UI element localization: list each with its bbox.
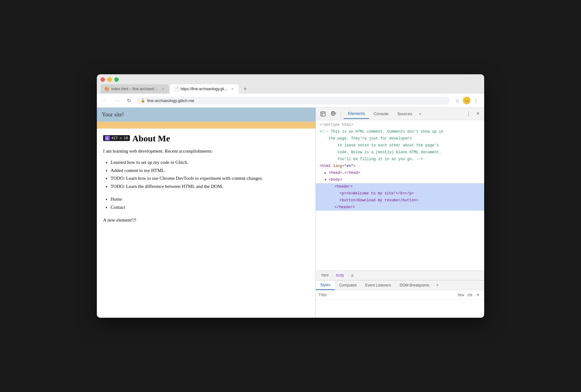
tab-2-close[interactable]: × [230,86,235,91]
tab-1-close[interactable]: × [161,86,166,91]
inspect-element-button[interactable] [318,109,328,119]
html-line-comment-3: to leave notes to each other about the p… [316,142,484,149]
html-line-body: ▼ <body> [316,176,484,183]
props-tabs: Styles Computed Event Listeners DOM Brea… [316,281,484,290]
maximize-traffic-light[interactable] [114,77,119,82]
html-line-header-p[interactable]: <p><b>Welcome to my site!</b></p> [316,190,484,197]
html-line-comment-5: You'll be filling it in as you go. --> [316,156,484,163]
props-tab-dom-breakpoints[interactable]: DOM Breakpoints [395,281,434,290]
devtools-more-button[interactable]: ⋮ [465,110,472,118]
properties-panel: Styles Computed Event Listeners DOM Brea… [316,280,484,318]
add-style-button[interactable]: + [475,292,481,298]
new-tab-button[interactable]: + [241,84,250,94]
devtools-panel: Elements Console Sources » ⋮ × <!doctype… [315,108,484,318]
breadcrumb-p[interactable]: p [350,272,355,278]
breadcrumb-sep-2: › [347,273,348,277]
toolbar-right: ☆ 😐 ⋮ [453,96,480,105]
address-bar: ← → ↻ 🔒 fine-archaeology.glitch.me ☆ 😐 ⋮ [97,94,484,108]
browser-window: 🎨 index.html – fine-archaeology × 📄 http… [97,74,484,318]
lock-icon: 🔒 [141,98,145,103]
html-line-comment-2: the page. They're just for developers [316,135,484,142]
html-line-header-btn[interactable]: <button>Download my resume</button> [316,197,484,204]
element-tag: p [105,136,110,140]
breadcrumb-sep-1: › [332,273,333,277]
html-line-comment-4: code. Below is a (mostly) blank HTML doc… [316,149,484,156]
webpage-body: p 417 × 18 About Me I am learning web de… [97,129,315,233]
webpage-nav-list: Home Contact [111,195,309,211]
svg-rect-0 [321,112,325,116]
title-bar: 🎨 index.html – fine-archaeology × 📄 http… [97,74,484,94]
element-badge: p 417 × 18 [103,135,130,141]
devtools-tabs: Elements Console Sources » [344,109,464,119]
tab-1-favicon: 🎨 [104,86,109,91]
bookmark-button[interactable]: ☆ [453,96,462,105]
tab-console[interactable]: Console [369,109,393,119]
menu-button[interactable]: ⋮ [472,96,480,105]
svg-rect-5 [335,112,336,114]
breadcrumb-html[interactable]: html [320,272,330,278]
webpage-nav-bar [97,122,315,129]
props-tab-overflow[interactable]: » [434,281,441,290]
html-line-comment-1: <!-- This is an HTML comment. Comments d… [316,128,484,135]
webpage-heading: About Me [132,134,170,144]
props-tab-styles[interactable]: Styles [316,281,335,290]
reload-button[interactable]: ↻ [124,96,133,105]
close-traffic-light[interactable] [101,77,105,82]
filter-bar: Filter :hov .cls + [316,290,484,300]
html-source[interactable]: <!doctype html> <!-- This is an HTML com… [316,120,484,270]
breadcrumb-bar: html › body › p [316,270,484,280]
props-tab-computed[interactable]: Computed [335,281,361,290]
address-text: fine-archaeology.glitch.me [147,98,194,103]
tab-1[interactable]: 🎨 index.html – fine-archaeology × [101,84,169,94]
tab-1-title: index.html – fine-archaeology [111,87,159,91]
tab-sources[interactable]: Sources [393,109,417,119]
cls-label[interactable]: .cls [467,293,472,297]
html-line-head: ▶ <head>…</head> [316,169,484,176]
breadcrumb-body[interactable]: body [334,272,346,278]
nav-link-home: Home [111,195,309,203]
tab-elements[interactable]: Elements [344,109,369,119]
html-line-doctype: <!doctype html> [316,121,484,128]
device-toolbar-button[interactable] [329,109,338,119]
list-item: Learned how to set up my code in Glitch. [111,159,309,167]
nav-link-contact: Contact [111,203,309,212]
html-line-html: <html lang="en"> [316,163,484,169]
devtools-close-area: ⋮ × [465,110,482,118]
address-input[interactable]: 🔒 fine-archaeology.glitch.me [136,97,450,105]
toolbar-separator [341,111,341,117]
webpage-header-text: Your site! [102,111,310,118]
back-button[interactable]: ← [101,96,109,105]
list-item: TODO: Learn how to use Chrome DevTools t… [111,174,309,183]
minimize-traffic-light[interactable] [107,77,112,82]
devtools-close-button[interactable]: × [474,110,482,118]
forward-button[interactable]: → [112,96,121,105]
devtools-toolbar: Elements Console Sources » ⋮ × [316,108,484,120]
tab-overflow[interactable]: » [417,109,424,119]
html-line-header-close[interactable]: </header> [316,204,484,211]
webpage-body-text: I am learning web development. Recent ac… [103,147,309,155]
filter-placeholder[interactable]: Filter [319,293,454,297]
tab-2-favicon: 📄 [174,86,179,91]
webpage-new-element: A new element!?! [103,216,309,224]
browser-content: Your site! p 417 × 18 About Me I am lear… [97,108,484,318]
heading-area: p 417 × 18 About Me [103,134,309,144]
webpage-list: Learned how to set up my code in Glitch.… [111,159,309,190]
webpage-header-bar: Your site! [97,108,315,122]
tab-2[interactable]: 📄 https://fine-archaeology.glitch... × [170,84,239,94]
element-dimensions: 417 × 18 [112,136,128,140]
list-item: Added content to my HTML. [111,167,309,175]
traffic-lights [101,77,480,82]
webpage: Your site! p 417 × 18 About Me I am lear… [97,108,315,318]
list-item: TODO: Learn the difference between HTML … [111,183,309,191]
tabs-bar: 🎨 index.html – fine-archaeology × 📄 http… [101,84,480,94]
tab-2-title: https://fine-archaeology.glitch... [181,87,228,91]
props-tab-event-listeners[interactable]: Event Listeners [361,281,395,290]
filter-controls: :hov .cls + [457,292,481,298]
html-line-header-open[interactable]: <header> [316,183,484,190]
svg-rect-6 [332,112,334,114]
hov-label[interactable]: :hov [457,293,464,297]
user-avatar: 😐 [463,97,470,104]
